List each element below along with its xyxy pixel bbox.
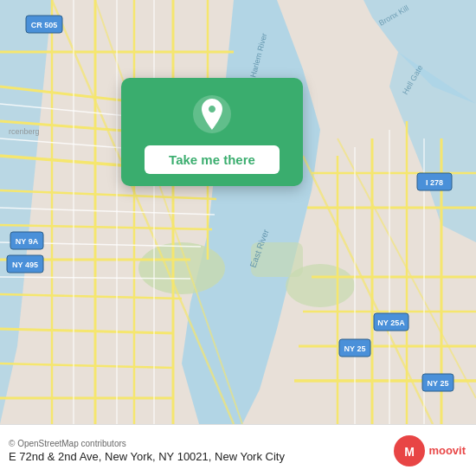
map-view: NY 9A NY 495 CR 505 I 278 NY 25 NY 25 NY… (0, 0, 476, 424)
take-me-there-button[interactable]: Take me there (145, 145, 280, 174)
svg-text:CR 505: CR 505 (31, 21, 58, 29)
moovit-label: moovit (428, 444, 466, 457)
svg-text:NY 495: NY 495 (12, 261, 38, 269)
svg-text:NY 25: NY 25 (428, 379, 449, 388)
location-pin-icon (191, 93, 233, 135)
svg-text:NY 9A: NY 9A (16, 237, 39, 246)
osm-attribution: © OpenStreetMap contributors (9, 439, 285, 448)
svg-text:NY 25A: NY 25A (377, 318, 405, 327)
bottom-left-info: © OpenStreetMap contributors E 72nd & 2n… (9, 439, 285, 463)
svg-text:M: M (405, 445, 415, 459)
moovit-logo: M moovit (394, 435, 466, 466)
bottom-bar: © OpenStreetMap contributors E 72nd & 2n… (0, 424, 476, 476)
address-text: E 72nd & 2nd Ave, New York, NY 10021, Ne… (9, 450, 285, 463)
location-card[interactable]: Take me there (121, 78, 303, 186)
svg-text:rcenberg: rcenberg (9, 127, 40, 136)
svg-text:I 278: I 278 (426, 178, 443, 187)
moovit-icon: M (394, 435, 425, 466)
svg-text:NY 25: NY 25 (344, 344, 366, 353)
